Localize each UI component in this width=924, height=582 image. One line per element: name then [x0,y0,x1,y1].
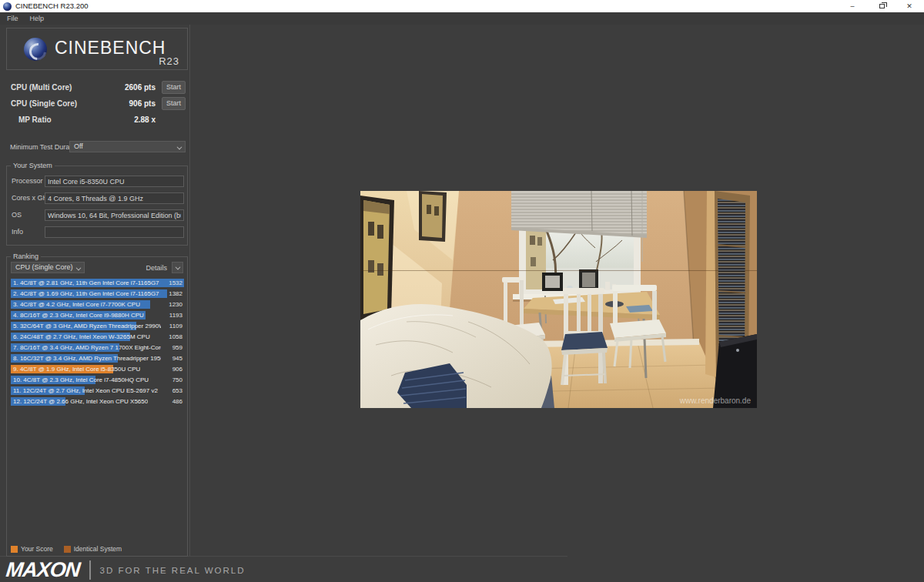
field-row-processor: Processor [7,176,187,187]
your-system-group: Your System Processor Cores x GHz OS Inf… [6,166,188,246]
score-row-single-core: CPU (Single Core) 906 pts Start [6,97,188,111]
ranking-row-label: 11. 12C/24T @ 2.7 GHz, Intel Xeon CPU E5… [13,386,158,395]
start-multi-core-button[interactable]: Start [162,81,186,94]
info-field[interactable] [45,226,184,238]
details-dropdown-button[interactable] [172,262,183,273]
wall-picture-small [419,191,447,242]
chevron-down-icon [76,266,82,271]
details-label: Details [146,264,167,272]
ranking-row[interactable]: 9. 4C/8T @ 1.9 GHz, Intel Core i5-8350U … [11,365,184,373]
multi-core-label: CPU (Multi Core) [11,83,72,92]
ranking-row-score: 959 [172,343,182,352]
ranking-row-label: 10. 4C/8T @ 2.3 GHz, Intel Core i7-4850H… [13,376,149,384]
render-preview: www.renderbaron.de [360,191,757,408]
ranking-list: 1. 4C/8T @ 2.81 GHz, 11th Gen Intel Core… [11,279,184,408]
render-watermark: www.renderbaron.de [679,396,752,405]
field-row-os: OS [7,209,187,221]
single-core-label: CPU (Single Core) [11,99,77,108]
legend-item: Identical System [64,545,122,553]
ranking-title: Ranking [11,253,41,260]
legend-swatch-icon [64,546,71,553]
info-label: Info [12,228,23,236]
footer-separator [89,560,91,580]
os-field[interactable] [45,209,184,221]
ranking-row-score: 945 [172,354,182,363]
cinebench-logo: CINEBENCH R23 [6,28,188,70]
maxon-logo: MAXON [5,558,81,582]
min-test-duration-select[interactable]: Off [69,141,186,152]
ranking-row-score: 486 [172,397,182,406]
ranking-row[interactable]: 3. 4C/8T @ 4.2 GHz, Intel Core i7-7700K … [11,300,184,309]
title-bar: CINEBENCH R23.200 – ✕ [0,0,924,12]
logo-brand: CINEBENCH [55,38,166,59]
footer: MAXON 3D FOR THE REAL WORLD [6,558,245,582]
close-icon: ✕ [906,2,912,10]
wall-picture-large [360,196,394,320]
ranking-filter-select[interactable]: CPU (Single Core) [11,262,85,273]
ranking-row-score: 1532 [169,279,182,287]
os-label: OS [12,211,22,219]
legend-label: Identical System [74,545,122,553]
footer-tagline: 3D FOR THE REAL WORLD [100,566,246,575]
mp-ratio-label: MP Ratio [18,115,52,124]
multi-core-score: 2606 pts [125,83,156,92]
minimize-button[interactable]: – [841,0,864,12]
close-button[interactable]: ✕ [898,0,921,12]
ranking-row-score: 906 [172,365,182,373]
ranking-row-score: 1230 [169,300,182,309]
ranking-row-label: 1. 4C/8T @ 2.81 GHz, 11th Gen Intel Core… [13,279,161,287]
window-title: CINEBENCH R23.200 [15,0,89,12]
processor-field[interactable] [45,176,184,187]
cores-ghz-field[interactable] [45,192,184,204]
field-row-cores: Cores x GHz [7,192,187,204]
ranking-row[interactable]: 12. 12C/24T @ 2.66 GHz, Intel Xeon CPU X… [11,397,184,406]
ranking-row[interactable]: 1. 4C/8T @ 2.81 GHz, 11th Gen Intel Core… [11,279,184,287]
ranking-row-label: 9. 4C/8T @ 1.9 GHz, Intel Core i5-8350U … [13,365,140,373]
render-scanline [360,270,757,271]
ranking-row-score: 750 [172,376,182,384]
ranking-row-label: 2. 4C/8T @ 1.69 GHz, 11th Gen Intel Core… [13,289,161,298]
minimize-icon: – [850,2,854,10]
ranking-row[interactable]: 2. 4C/8T @ 1.69 GHz, 11th Gen Intel Core… [11,289,184,298]
ranking-legend: Your ScoreIdentical System [11,545,122,553]
menu-help[interactable]: Help [25,13,49,24]
cinebench-sphere-icon [24,38,47,61]
ranking-row[interactable]: 7. 8C/16T @ 3.4 GHz, AMD Ryzen 7 1700X E… [11,343,184,352]
chevron-down-icon [176,265,181,270]
legend-item: Your Score [11,545,53,553]
ranking-row-score: 1382 [169,289,182,298]
ranking-row[interactable]: 8. 16C/32T @ 3.4 GHz, AMD Ryzen Threadri… [11,354,184,363]
cinebench-window: CINEBENCH R23.200 – ✕ File Help CINEBENC… [0,0,924,582]
ranking-row-label: 12. 12C/24T @ 2.66 GHz, Intel Xeon CPU X… [13,397,148,406]
ranking-row[interactable]: 5. 32C/64T @ 3 GHz, AMD Ryzen Threadripp… [11,322,184,330]
ranking-row[interactable]: 4. 8C/16T @ 2.3 GHz, Intel Core i9-9880H… [11,311,184,319]
score-row-mp-ratio: MP Ratio 2.88 x [6,113,188,127]
field-row-info: Info [7,226,187,238]
min-test-duration-row: Minimum Test Duration Off [6,141,188,153]
app-icon [3,2,12,11]
ranking-row[interactable]: 10. 4C/8T @ 2.3 GHz, Intel Core i7-4850H… [11,376,184,384]
ranking-row-label: 4. 8C/16T @ 2.3 GHz, Intel Core i9-9880H… [13,311,144,319]
legend-swatch-icon [11,546,18,553]
maximize-button[interactable] [870,0,893,12]
maximize-icon [879,4,885,8]
menu-file[interactable]: File [2,13,23,24]
ranking-row-score: 1109 [169,322,182,330]
ranking-row-score: 1193 [169,311,182,319]
chevron-down-icon [177,145,182,150]
processor-label: Processor [12,177,43,185]
ranking-row-label: 7. 8C/16T @ 3.4 GHz, AMD Ryzen 7 1700X E… [13,343,161,352]
ranking-row-label: 5. 32C/64T @ 3 GHz, AMD Ryzen Threadripp… [13,322,161,330]
menu-bar: File Help [0,12,924,25]
sidebar-panel: CINEBENCH R23 CPU (Multi Core) 2606 pts … [6,25,188,582]
ranking-row[interactable]: 11. 12C/24T @ 2.7 GHz, Intel Xeon CPU E5… [11,386,184,395]
mp-ratio-value: 2.88 x [134,115,156,124]
legend-label: Your Score [21,545,53,553]
ranking-row-label: 8. 16C/32T @ 3.4 GHz, AMD Ryzen Threadri… [13,354,161,363]
ranking-row[interactable]: 6. 24C/48T @ 2.7 GHz, Intel Xeon W-3265M… [11,333,184,341]
your-system-title: Your System [11,162,55,169]
start-single-core-button[interactable]: Start [162,97,186,110]
render-scene: www.renderbaron.de [360,191,757,408]
ranking-group: Ranking CPU (Single Core) Details 1. 4C/… [6,256,188,557]
single-core-score: 906 pts [129,99,156,108]
